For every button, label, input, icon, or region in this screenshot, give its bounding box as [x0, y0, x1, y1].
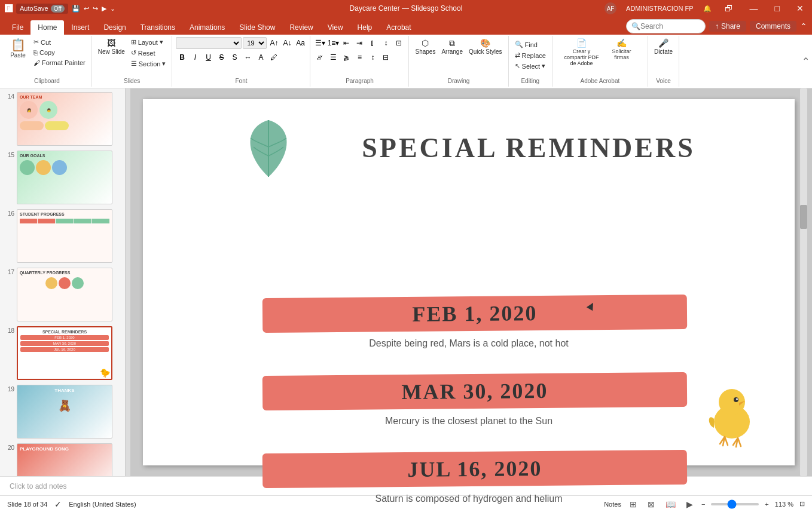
- slide-thumb-14[interactable]: 14 OUR TEAM 👩 👨: [2, 91, 123, 147]
- reset-button[interactable]: ↺ Reset: [129, 48, 169, 58]
- increase-indent-button[interactable]: ⇥: [353, 37, 365, 49]
- notification-icon[interactable]: 🔔: [703, 5, 712, 13]
- cut-icon: ✂: [33, 38, 39, 46]
- maximize-icon[interactable]: □: [771, 4, 783, 13]
- tab-file[interactable]: File: [5, 20, 30, 35]
- slide-thumb-16[interactable]: 16 STUDENT PROGRESS: [2, 208, 123, 264]
- strikethrough-button[interactable]: S: [215, 51, 227, 63]
- dictate-icon: 🎤: [658, 39, 668, 47]
- search-input[interactable]: [640, 22, 700, 30]
- italic-button[interactable]: I: [189, 51, 201, 63]
- collapse-ribbon-icon[interactable]: ⌃: [800, 22, 807, 31]
- slide-thumb-17[interactable]: 17 QUARTERLY PROGRESS: [2, 266, 123, 323]
- search-bar: 🔍: [626, 19, 706, 33]
- voice-group-content: 🎤 Dictate: [652, 37, 675, 78]
- request-signatures-button[interactable]: ✍ Solicitar firmas: [603, 37, 639, 62]
- date-banner-1: FEB 1, 2020: [262, 295, 687, 333]
- replace-button[interactable]: ⇄ Replace: [512, 50, 548, 60]
- bullet-list-button[interactable]: ☰▾: [314, 37, 326, 49]
- columns-button[interactable]: ⫿: [367, 37, 378, 49]
- tab-review[interactable]: Review: [282, 20, 320, 35]
- find-icon: 🔍: [515, 41, 523, 48]
- spacing-button[interactable]: ↔: [242, 51, 254, 63]
- layout-icon: ⊞: [131, 38, 136, 46]
- tab-view[interactable]: View: [320, 20, 350, 35]
- app-logo: 🅿: [5, 4, 13, 13]
- replace-icon: ⇄: [515, 51, 520, 59]
- tab-insert[interactable]: Insert: [64, 20, 96, 35]
- restore-icon[interactable]: 🗗: [721, 4, 737, 13]
- redo-icon[interactable]: ↪: [93, 5, 98, 13]
- autosave-button[interactable]: AutoSave Off: [16, 4, 68, 14]
- clear-format-button[interactable]: Aa: [294, 37, 306, 49]
- slide-thumb-15[interactable]: 15 OUR GOALS: [2, 149, 123, 206]
- decrease-indent-button[interactable]: ⇤: [340, 37, 352, 49]
- tab-animations[interactable]: Animations: [182, 20, 232, 35]
- quick-styles-button[interactable]: 🎨 Quick Styles: [466, 37, 505, 57]
- scroll-bar[interactable]: [800, 88, 807, 476]
- comments-button[interactable]: Comments: [750, 21, 796, 32]
- request-signatures-icon: ✍: [616, 39, 627, 47]
- align-center-button[interactable]: ☰: [327, 51, 339, 63]
- collapse-arrow[interactable]: ⌃: [802, 36, 810, 87]
- minimize-icon[interactable]: —: [746, 4, 762, 13]
- adobe-group-content: 📄 Crear y compartir PDF de Adobe ✍ Solic…: [560, 37, 639, 78]
- increase-font-button[interactable]: A↑: [268, 37, 280, 49]
- slide-thumb-19[interactable]: 19 THANKS 🧸: [2, 384, 123, 440]
- autosave-label: AutoSave: [20, 5, 48, 12]
- columns2-button[interactable]: ⊟: [380, 51, 392, 63]
- slide-thumb-18[interactable]: 18 SPECIAL REMINDERS FEB 1, 2020 MAR 30,…: [2, 325, 123, 381]
- share-button[interactable]: ↑Share: [709, 21, 746, 32]
- cut-button[interactable]: ✂ Cut: [31, 37, 88, 47]
- tab-design[interactable]: Design: [96, 20, 133, 35]
- font-name-select[interactable]: [176, 37, 242, 49]
- text-direction-button[interactable]: ↕: [380, 37, 392, 49]
- smart-art-button[interactable]: ⊡: [393, 37, 405, 49]
- shapes-button[interactable]: ⬡ Shapes: [413, 37, 438, 57]
- canvas-area: SPECIAL REMINDERS FEB 1, 2020 Despite be…: [126, 88, 812, 476]
- tab-acrobat[interactable]: Acrobat: [379, 20, 418, 35]
- present-icon[interactable]: ▶: [102, 5, 106, 13]
- numbered-list-button[interactable]: 1≡▾: [327, 37, 339, 49]
- customize-icon[interactable]: ⌄: [110, 5, 115, 13]
- tab-transitions[interactable]: Transitions: [133, 20, 182, 35]
- format-painter-button[interactable]: 🖌 Format Painter: [31, 58, 88, 68]
- line-spacing-button[interactable]: ↕: [367, 51, 378, 63]
- tab-home[interactable]: Home: [30, 20, 64, 35]
- fit-slide-button[interactable]: ⊡: [799, 500, 805, 508]
- find-button[interactable]: 🔍 Find: [512, 39, 548, 50]
- bold-button[interactable]: B: [176, 51, 188, 63]
- dictate-button[interactable]: 🎤 Dictate: [652, 37, 675, 57]
- slide-thumb-20[interactable]: 20 PLAYGROUND SONG: [2, 442, 123, 476]
- slides-panel: 14 OUR TEAM 👩 👨 15: [0, 88, 126, 476]
- save-icon[interactable]: 💾: [72, 5, 80, 13]
- close-icon[interactable]: ✕: [793, 4, 807, 13]
- font-size-select[interactable]: 19: [243, 37, 267, 49]
- autosave-state: Off: [51, 5, 65, 13]
- justify-button[interactable]: ≡: [353, 51, 365, 63]
- highlight-button[interactable]: 🖊: [268, 51, 280, 63]
- underline-button[interactable]: U: [202, 51, 214, 63]
- paste-button[interactable]: 📋 Paste: [6, 37, 30, 60]
- font-color-button[interactable]: A: [255, 51, 267, 63]
- align-left-button[interactable]: ⫻: [314, 51, 326, 63]
- create-pdf-button[interactable]: 📄 Crear y compartir PDF de Adobe: [560, 37, 602, 68]
- slides-small-btns: ⊞ Layout ▾ ↺ Reset ☰ Section ▾: [129, 37, 169, 69]
- align-right-button[interactable]: ⫺: [340, 51, 352, 63]
- tab-slideshow[interactable]: Slide Show: [232, 20, 282, 35]
- title-bar: 🅿 AutoSave Off 💾 ↩ ↪ ▶ ⌄ Daycare Center …: [0, 0, 812, 17]
- clipboard-group-content: 📋 Paste ✂ Cut ⎘ Copy 🖌 Format Painter: [6, 37, 88, 78]
- new-slide-button[interactable]: 🖼 New Slide: [96, 37, 127, 57]
- main-layout: 14 OUR TEAM 👩 👨 15: [0, 88, 812, 476]
- arrange-button[interactable]: ⧉ Arrange: [439, 37, 465, 57]
- decrease-font-button[interactable]: A↓: [281, 37, 293, 49]
- copy-button[interactable]: ⎘ Copy: [31, 48, 88, 57]
- select-button[interactable]: ↖ Select ▾: [512, 61, 548, 71]
- shadow-button[interactable]: S: [228, 51, 240, 63]
- paste-icon: 📋: [11, 39, 26, 51]
- undo-icon[interactable]: ↩: [84, 5, 89, 13]
- tab-help[interactable]: Help: [350, 20, 380, 35]
- section-button[interactable]: ☰ Section ▾: [129, 59, 169, 69]
- desc-3: Saturn is composed of hydrogen and heliu…: [143, 493, 795, 504]
- layout-button[interactable]: ⊞ Layout ▾: [129, 37, 169, 47]
